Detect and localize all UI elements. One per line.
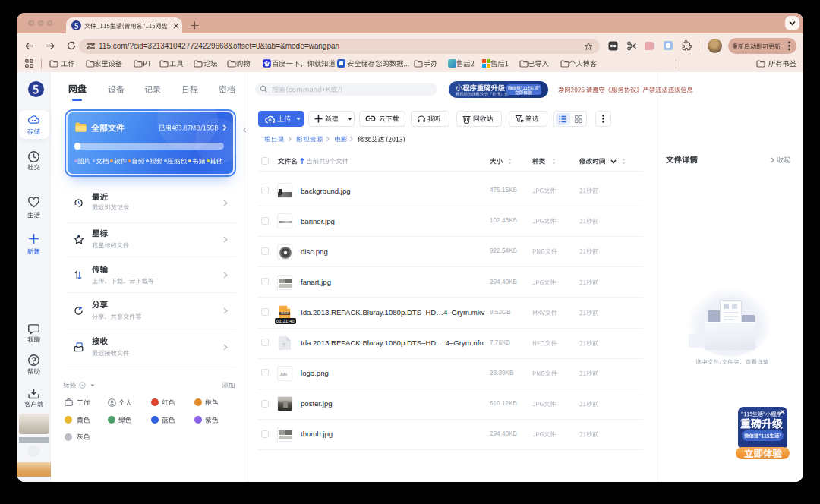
svg-text:TEROP: TEROP	[281, 312, 289, 315]
svg-text:?: ?	[282, 342, 285, 348]
